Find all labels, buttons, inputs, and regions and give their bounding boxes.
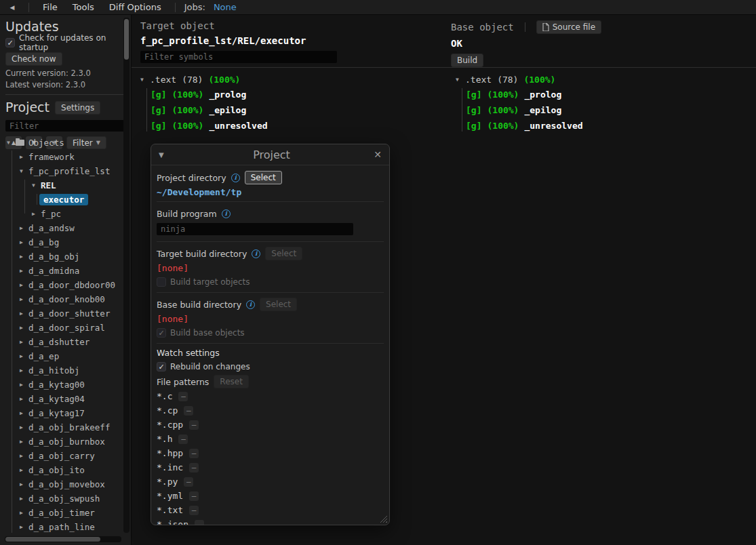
- tree-item[interactable]: Objects: [0, 136, 122, 150]
- tree-item-label: d_a_kytag00: [28, 380, 85, 390]
- symbol-percent: (100%): [172, 121, 203, 131]
- tree-item[interactable]: d_a_obj_carry: [0, 449, 122, 463]
- menu-bar: ◀ File Tools Diff Options Jobs: None: [0, 0, 756, 15]
- tree-item[interactable]: d_a_obj_swpush: [0, 491, 122, 506]
- tree-item[interactable]: f_pc_profile_lst: [0, 164, 122, 178]
- file-pattern-row: *.h: [157, 432, 384, 446]
- info-icon[interactable]: i: [222, 209, 231, 218]
- info-icon[interactable]: i: [231, 174, 240, 182]
- sidebar-vertical-scrollbar[interactable]: [123, 18, 130, 533]
- close-icon[interactable]: ✕: [371, 149, 382, 160]
- symbol-name: _unresolved: [209, 121, 267, 131]
- tree-item[interactable]: d_a_dshutter: [0, 335, 122, 349]
- tree-item-label: d_a_obj_burnbox: [28, 437, 105, 447]
- tree-expand-icon: [7, 140, 16, 146]
- symbol-row[interactable]: [g] (100%) _epilog: [456, 102, 583, 118]
- build-target-objects-checkbox[interactable]: Build target objects: [157, 276, 384, 288]
- tree-item[interactable]: d_a_door_knob00: [0, 292, 122, 306]
- tree-item[interactable]: d_a_door_dbdoor00: [0, 278, 122, 292]
- symbol-row[interactable]: [g] (100%) _unresolved: [140, 118, 268, 134]
- build-program-input[interactable]: [157, 223, 353, 235]
- tree-item[interactable]: d_a_dmidna: [0, 264, 122, 278]
- remove-pattern-button[interactable]: [178, 392, 188, 401]
- tree-item-label: d_a_door_spiral: [28, 323, 105, 333]
- updates-startup-checkbox[interactable]: ✓ Check for updates on startup: [5, 37, 125, 49]
- sidebar-horizontal-scrollbar-thumb[interactable]: [5, 537, 100, 542]
- symbol-filter-input[interactable]: [140, 51, 337, 63]
- tree-expand-icon: [20, 339, 28, 345]
- tree-item[interactable]: f_pc: [0, 207, 122, 221]
- tree-item[interactable]: d_a_bg_obj: [0, 249, 122, 264]
- sidebar-vertical-scrollbar-thumb[interactable]: [124, 19, 129, 60]
- reset-patterns-button[interactable]: Reset: [214, 375, 249, 388]
- symbol-flag: [g]: [466, 121, 481, 131]
- remove-pattern-button[interactable]: [189, 449, 199, 458]
- remove-pattern-button[interactable]: [195, 520, 204, 526]
- tree-expand-icon: [20, 481, 28, 487]
- tree-indent-guide: [12, 150, 12, 533]
- remove-pattern-button[interactable]: [184, 406, 193, 416]
- source-file-button[interactable]: Source file: [536, 20, 601, 34]
- symbol-row[interactable]: [g] (100%) _prolog: [456, 87, 583, 102]
- info-icon[interactable]: i: [252, 249, 260, 258]
- tree-item[interactable]: d_a_kytag04: [0, 392, 122, 406]
- back-button[interactable]: ◀: [3, 1, 21, 14]
- section-header[interactable]: ▼ .text (78) (100%): [456, 72, 583, 87]
- tree-item[interactable]: d_a_bg: [0, 235, 122, 249]
- jobs-status[interactable]: None: [214, 2, 237, 12]
- tree-item[interactable]: d_a_path_line: [0, 520, 122, 534]
- project-dialog-titlebar[interactable]: ▼ Project ✕: [151, 144, 389, 165]
- remove-pattern-button[interactable]: [189, 506, 199, 515]
- menu-diff-options[interactable]: Diff Options: [103, 2, 167, 12]
- tree-item[interactable]: d_a_andsw: [0, 221, 122, 235]
- tree-item[interactable]: executor: [0, 193, 122, 207]
- file-pattern-row: *.inc: [157, 460, 384, 475]
- settings-button[interactable]: Settings: [55, 101, 100, 115]
- remove-pattern-button[interactable]: [189, 491, 199, 501]
- collapse-icon: ▼: [140, 77, 150, 83]
- tree-item[interactable]: d_a_obj_brakeeff: [0, 420, 122, 435]
- tree-expand-icon: [32, 211, 41, 217]
- tree-item[interactable]: d_a_obj_ito: [0, 463, 122, 477]
- build-base-objects-checkbox[interactable]: ✓ Build base objects: [157, 327, 384, 339]
- project-directory-select-button[interactable]: Select: [245, 171, 282, 184]
- info-icon[interactable]: i: [246, 300, 255, 309]
- section-count: (78): [182, 75, 203, 85]
- tree-item[interactable]: REL: [0, 178, 122, 193]
- symbol-row[interactable]: [g] (100%) _prolog: [140, 87, 268, 102]
- base-build-dir-select-button[interactable]: Select: [260, 298, 297, 311]
- tree-item[interactable]: d_a_hitobj: [0, 363, 122, 378]
- symbol-row[interactable]: [g] (100%) _epilog: [140, 102, 268, 118]
- collapse-icon[interactable]: ▼: [159, 151, 172, 159]
- remove-pattern-button[interactable]: [184, 477, 193, 487]
- remove-pattern-button[interactable]: [178, 435, 188, 444]
- menu-tools[interactable]: Tools: [66, 2, 100, 12]
- section-name: .text: [150, 75, 176, 85]
- tree-item[interactable]: d_a_ep: [0, 349, 122, 363]
- build-button[interactable]: Build: [451, 54, 483, 67]
- sidebar-horizontal-scrollbar[interactable]: [5, 536, 121, 542]
- tree-item-label: d_a_hitobj: [28, 365, 79, 376]
- divider: [5, 94, 125, 95]
- base-build-dir-value: [none]: [157, 314, 384, 324]
- tree-item[interactable]: d_a_obj_burnbox: [0, 435, 122, 449]
- tree-item[interactable]: d_a_door_spiral: [0, 321, 122, 335]
- menu-file[interactable]: File: [37, 2, 64, 12]
- symbol-row[interactable]: [g] (100%) _unresolved: [456, 118, 583, 134]
- tree-item[interactable]: d_a_door_shutter: [0, 306, 122, 321]
- tree-expand-icon: [20, 524, 28, 530]
- tree-item[interactable]: framework: [0, 150, 122, 164]
- symbol-indent-guide: [146, 88, 147, 132]
- check-now-button[interactable]: Check now: [5, 52, 62, 66]
- project-filter-input[interactable]: [5, 120, 125, 132]
- rebuild-on-changes-checkbox[interactable]: ✓ Rebuild on changes: [157, 361, 384, 373]
- tree-item[interactable]: d_a_kytag17: [0, 406, 122, 420]
- section-header[interactable]: ▼ .text (78) (100%): [140, 72, 268, 87]
- remove-pattern-button[interactable]: [189, 420, 199, 430]
- folder-icon: [16, 140, 24, 146]
- tree-item[interactable]: d_a_obj_movebox: [0, 477, 122, 491]
- tree-item[interactable]: d_a_kytag00: [0, 378, 122, 392]
- remove-pattern-button[interactable]: [189, 463, 199, 472]
- target-build-dir-select-button[interactable]: Select: [265, 247, 302, 260]
- tree-item[interactable]: d_a_obj_timer: [0, 506, 122, 520]
